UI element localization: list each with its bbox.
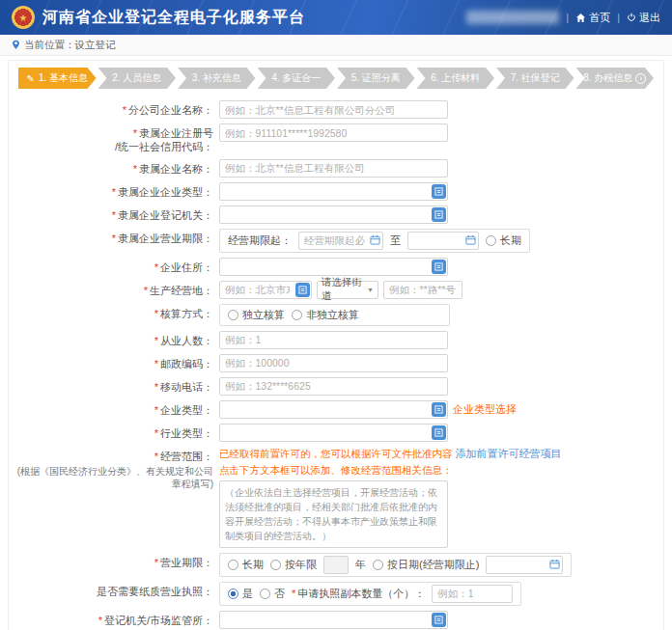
- parent-type-input[interactable]: [219, 182, 448, 201]
- business-scope-textarea[interactable]: （企业依法自主选择经营项目，开展经营活动；依法须经批准的项目，经相关部门批准后依…: [219, 480, 448, 548]
- required-mark: *: [112, 209, 116, 221]
- tab-label: 5. 证照分离: [351, 71, 401, 85]
- row-production-place: *生产经营地： 请选择街道 ▼: [16, 281, 656, 299]
- row-parent-term: *隶属企业营业期限： 经营期限起： 至 长期: [16, 229, 656, 253]
- mobile-input[interactable]: [219, 377, 448, 396]
- tab-supplementary-info[interactable]: 3. 补充信息: [178, 68, 256, 89]
- field-label: 移动电话：: [160, 381, 213, 393]
- field-label: 从业人数：: [160, 335, 213, 346]
- breadcrumb: 当前位置：设立登记: [0, 35, 672, 56]
- home-label: 首页: [589, 11, 610, 25]
- tab-label: 4. 多证合一: [271, 71, 321, 85]
- required-mark: *: [133, 163, 137, 175]
- required-mark: *: [154, 381, 158, 393]
- field-label: 分公司企业名称：: [128, 104, 213, 116]
- paper-no-radio[interactable]: 否: [260, 587, 285, 601]
- term-long-radio[interactable]: 长期: [228, 558, 264, 572]
- tab-personnel-info[interactable]: 2. 人员信息: [98, 68, 177, 89]
- picker-icon[interactable]: [432, 425, 446, 440]
- picker-icon[interactable]: [432, 613, 446, 627]
- postal-code-input[interactable]: [219, 354, 448, 372]
- picker-icon[interactable]: [432, 260, 446, 274]
- parent-authority-input[interactable]: [219, 205, 448, 224]
- calendar-icon[interactable]: [465, 234, 476, 245]
- tab-label: 2. 人员信息: [112, 71, 161, 85]
- enterprise-type-input[interactable]: [219, 400, 448, 419]
- term-years-input[interactable]: [323, 556, 349, 574]
- picker-icon[interactable]: [432, 402, 446, 417]
- radio-icon: [486, 235, 496, 246]
- calendar-icon[interactable]: [549, 559, 560, 569]
- logout-link[interactable]: 退出: [627, 11, 660, 25]
- required-mark: *: [154, 427, 158, 439]
- radio-icon: [292, 310, 302, 320]
- address-input[interactable]: [219, 258, 448, 276]
- tab-upload-materials[interactable]: 6. 上传材料: [417, 68, 495, 89]
- parent-name-input[interactable]: [219, 159, 448, 178]
- calendar-icon[interactable]: [370, 234, 380, 245]
- tab-cert-separation[interactable]: 5. 证照分离: [337, 68, 415, 89]
- row-parent-name: *隶属企业名称：: [16, 159, 656, 178]
- field-label: 邮政编码：: [160, 358, 213, 370]
- tab-basic-info[interactable]: ✎ 1. 基本信息: [18, 68, 97, 89]
- required-mark: *: [144, 285, 148, 296]
- required-mark: *: [154, 358, 158, 370]
- add-licensed-scope-link[interactable]: 添加前置许可经营项目: [456, 448, 562, 459]
- row-registration-authority: *登记机关/市场监管所：: [16, 611, 656, 629]
- radio-label: 长期: [242, 558, 264, 572]
- picker-icon[interactable]: [432, 184, 446, 199]
- registration-authority-input[interactable]: [219, 611, 448, 629]
- required-mark: *: [112, 186, 116, 198]
- radio-icon: [260, 589, 270, 599]
- industry-type-input[interactable]: [219, 424, 448, 442]
- term-years-radio[interactable]: 按年限: [270, 558, 317, 572]
- radio-label: 否: [274, 587, 285, 601]
- field-label: 隶属企业营业期限：: [118, 233, 213, 244]
- field-label: 隶属企业注册号: [139, 127, 213, 139]
- power-icon: [627, 13, 636, 22]
- term-date-radio[interactable]: 按日期(经营期限止): [373, 558, 479, 572]
- more-steps-icon[interactable]: ›: [635, 73, 646, 84]
- tab-tax-info[interactable]: 8. 办税信息 ›: [576, 68, 655, 89]
- tab-label: 3. 补充信息: [192, 71, 241, 85]
- picker-icon[interactable]: [295, 283, 310, 297]
- username-redacted: [466, 11, 559, 24]
- required-mark: *: [98, 615, 102, 626]
- tab-label: 1. 基本信息: [39, 71, 88, 85]
- row-paper-license: 是否需要纸质营业执照： 是 否 *申请执照副本数量（个）：: [16, 582, 656, 606]
- required-mark: *: [154, 335, 158, 346]
- field-label: /统一社会信用代码：: [115, 141, 213, 152]
- tab-multi-cert[interactable]: 4. 多证合一: [258, 68, 336, 89]
- street-select[interactable]: 请选择街道 ▼: [317, 281, 378, 299]
- employees-input[interactable]: [219, 331, 448, 349]
- parent-term-long-radio[interactable]: 长期: [486, 233, 521, 248]
- row-business-scope: *经营范围： (根据《国民经济行业分类》、有关规定和公司章程填写) 已经取得前置…: [16, 447, 656, 548]
- accounting-dependent-radio[interactable]: 非独立核算: [292, 308, 359, 322]
- row-branch-name: *分公司企业名称：: [16, 100, 656, 119]
- row-parent-authority: *隶属企业登记机关：: [16, 205, 656, 224]
- accounting-independent-radio[interactable]: 独立核算: [228, 308, 285, 322]
- location-pin-icon: [12, 40, 20, 50]
- detail-address-input[interactable]: [383, 281, 462, 299]
- to-label: 至: [390, 233, 401, 248]
- logout-label: 退出: [639, 11, 660, 25]
- field-label: 生产经营地：: [150, 285, 213, 296]
- picker-icon[interactable]: [432, 207, 446, 222]
- tab-social-security[interactable]: 7. 社保登记: [496, 68, 574, 89]
- row-mobile: *移动电话：: [16, 377, 656, 396]
- home-icon: [575, 13, 586, 23]
- field-label: 企业住所：: [160, 261, 213, 273]
- row-parent-credit-code: *隶属企业注册号 /统一社会信用代码：: [16, 123, 656, 154]
- row-business-term: *营业期限： 长期 按年限 年 按日期(经营期限止): [16, 553, 656, 577]
- branch-name-input[interactable]: [219, 100, 448, 119]
- parent-credit-code-input[interactable]: [219, 123, 448, 142]
- home-link[interactable]: 首页: [575, 11, 610, 25]
- business-term-box: 长期 按年限 年 按日期(经营期限止): [219, 553, 572, 577]
- row-employees: *从业人数：: [16, 331, 656, 349]
- paper-license-box: 是 否 *申请执照副本数量（个）：: [219, 582, 521, 606]
- row-enterprise-type: *企业类型： 企业类型选择: [16, 400, 656, 419]
- radio-label: 按年限: [285, 558, 317, 572]
- enterprise-type-link[interactable]: 企业类型选择: [453, 402, 517, 417]
- copies-input[interactable]: [432, 585, 513, 603]
- paper-yes-radio[interactable]: 是: [228, 587, 253, 601]
